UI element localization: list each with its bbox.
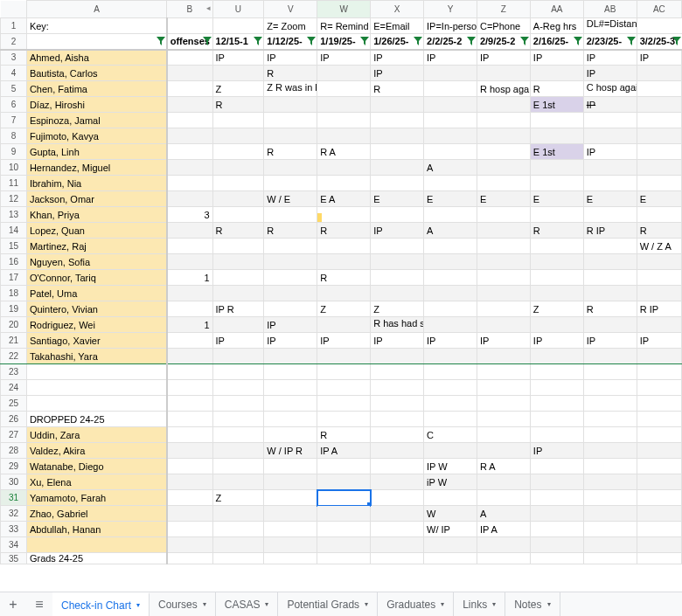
cell-V23[interactable]	[264, 364, 317, 380]
cell-AA26[interactable]	[530, 412, 583, 427]
cell-Y20[interactable]	[424, 317, 477, 333]
cell-AA33[interactable]	[530, 522, 583, 537]
cell-A4[interactable]: Bautista, Carlos	[26, 66, 166, 81]
row-header-30[interactable]: 30	[1, 474, 27, 490]
row-header-17[interactable]: 17	[1, 270, 27, 286]
cell-A13[interactable]: Khan, Priya	[26, 207, 166, 223]
cell-AA5[interactable]: R	[530, 81, 583, 97]
cell-X8[interactable]	[371, 128, 424, 144]
cell-V30[interactable]	[264, 474, 317, 490]
cell-AB4[interactable]: IP	[583, 66, 637, 81]
cell-V33[interactable]	[264, 522, 317, 537]
cell-Z20[interactable]	[477, 317, 530, 333]
cell-Y10[interactable]: A	[424, 160, 477, 176]
cell-V29[interactable]	[264, 459, 317, 474]
cell-U1[interactable]	[212, 18, 264, 34]
cell-U15[interactable]	[212, 239, 264, 254]
cell-A1[interactable]: Key:	[26, 18, 166, 34]
cell-X15[interactable]	[371, 239, 424, 254]
cell-B27[interactable]	[167, 427, 212, 443]
cell-AA25[interactable]	[530, 396, 583, 412]
cell-Y31[interactable]	[424, 490, 477, 506]
cell-W15[interactable]	[317, 239, 371, 254]
cell-X23[interactable]	[371, 364, 424, 380]
cell-W21[interactable]: IP	[317, 333, 371, 349]
cell-B16[interactable]	[167, 254, 212, 270]
cell-A32[interactable]: Zhao, Gabriel	[26, 506, 166, 522]
cell-AC33[interactable]	[637, 522, 681, 537]
cell-AC4[interactable]	[637, 66, 681, 81]
cell-Y2[interactable]: 2/2/25-2	[424, 34, 477, 50]
tab-links[interactable]: Links▾	[454, 592, 505, 617]
cell-U13[interactable]	[212, 207, 264, 223]
cell-AA19[interactable]: Z	[530, 301, 583, 317]
cell-Y29[interactable]: IP W	[424, 459, 477, 474]
cell-V27[interactable]	[264, 427, 317, 443]
cell-AA7[interactable]	[530, 113, 583, 128]
cell-V3[interactable]: IP	[264, 50, 317, 66]
cell-X27[interactable]	[371, 427, 424, 443]
cell-V13[interactable]	[264, 207, 317, 223]
cell-W12[interactable]: E A	[317, 191, 371, 207]
cell-U7[interactable]	[212, 113, 264, 128]
cell-A2[interactable]	[26, 34, 166, 50]
row-header-31[interactable]: 31	[1, 490, 27, 506]
filter-icon[interactable]	[254, 37, 262, 45]
cell-Y25[interactable]	[424, 396, 477, 412]
filter-icon[interactable]	[627, 37, 636, 45]
cell-W19[interactable]: Z	[317, 301, 371, 317]
cell-Z16[interactable]	[477, 254, 530, 270]
cell-Z26[interactable]	[477, 412, 530, 427]
cell-W18[interactable]	[317, 286, 371, 301]
cell-W35[interactable]	[317, 553, 371, 564]
cell-AA35[interactable]	[530, 553, 583, 564]
cell-A25[interactable]	[26, 396, 166, 412]
cell-B32[interactable]	[167, 506, 212, 522]
cell-X28[interactable]	[371, 443, 424, 459]
cell-Z14[interactable]	[477, 223, 530, 239]
cell-W31[interactable]	[317, 490, 371, 506]
row-header-19[interactable]: 19	[1, 301, 27, 317]
cell-AA31[interactable]	[530, 490, 583, 506]
cell-A22[interactable]: Takahashi, Yara	[26, 349, 166, 364]
cell-A26[interactable]: DROPPED 24-25	[26, 412, 166, 427]
cell-AC13[interactable]	[637, 207, 681, 223]
cell-AC15[interactable]: W / Z A	[637, 239, 681, 254]
cell-U4[interactable]	[212, 66, 264, 81]
cell-A10[interactable]: Hernandez, Miguel	[26, 160, 166, 176]
cell-AA12[interactable]: E	[530, 191, 583, 207]
cell-AB23[interactable]	[583, 364, 637, 380]
cell-AB20[interactable]	[583, 317, 637, 333]
row-header-24[interactable]: 24	[1, 380, 27, 396]
cell-AA6[interactable]: E 1st	[530, 97, 583, 113]
row-header-11[interactable]: 11	[1, 176, 27, 191]
column-header-AC[interactable]: AC	[637, 1, 681, 18]
cell-AA20[interactable]	[530, 317, 583, 333]
cell-Z21[interactable]: IP	[477, 333, 530, 349]
cell-Z5[interactable]: R hosp aga	[477, 81, 530, 97]
cell-B19[interactable]	[167, 301, 212, 317]
cell-AC17[interactable]	[637, 270, 681, 286]
cell-A15[interactable]: Martinez, Raj	[26, 239, 166, 254]
cell-Y5[interactable]	[424, 81, 477, 97]
cell-V35[interactable]	[264, 553, 317, 564]
cell-Z35[interactable]	[477, 553, 530, 564]
cell-V1[interactable]: Z= Zoom	[264, 18, 317, 34]
row-header-13[interactable]: 13	[1, 207, 27, 223]
cell-AA15[interactable]	[530, 239, 583, 254]
cell-AC28[interactable]	[637, 443, 681, 459]
cell-U6[interactable]: R	[212, 97, 264, 113]
cell-Z28[interactable]	[477, 443, 530, 459]
cell-V4[interactable]: R	[264, 66, 317, 81]
cell-V14[interactable]: R	[264, 223, 317, 239]
cell-AB27[interactable]	[583, 427, 637, 443]
cell-X3[interactable]: IP	[371, 50, 424, 66]
row-header-23[interactable]: 23	[1, 364, 27, 380]
cell-AC7[interactable]	[637, 113, 681, 128]
row-header-2[interactable]: 2	[1, 34, 27, 50]
cell-AB1[interactable]: DL#=Distance Learning P	[583, 18, 637, 34]
cell-V2[interactable]: 1/12/25-	[264, 34, 317, 50]
cell-X13[interactable]	[371, 207, 424, 223]
cell-Z12[interactable]: E	[477, 191, 530, 207]
cell-X4[interactable]: IP	[371, 66, 424, 81]
